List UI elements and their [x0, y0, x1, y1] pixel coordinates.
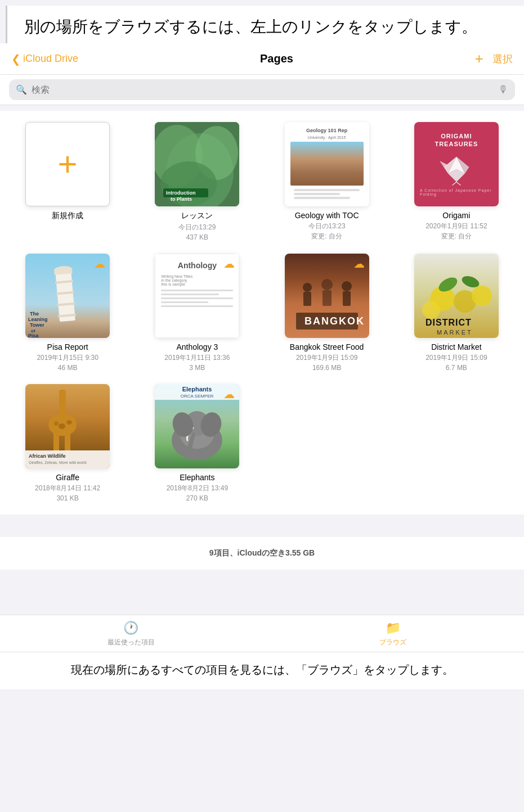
file-name: Anthology 3: [176, 342, 218, 351]
back-label: iCloud Drive: [23, 53, 78, 65]
select-button[interactable]: 選択: [492, 52, 513, 66]
anthology-thumb: Anthology Writing New Titlesin the categ…: [155, 254, 239, 338]
file-name: Geology with TOC: [295, 211, 359, 220]
tab-browse-label: ブラウズ: [379, 638, 406, 647]
svg-text:African Wildlife: African Wildlife: [29, 453, 65, 459]
file-meta: 2019年1月9日 15:09 169.6 MB: [296, 353, 357, 373]
plus-icon: +: [58, 147, 78, 181]
giraffe-thumb: African Wildlife Giraffes, Zebras, More …: [25, 384, 110, 468]
tooltip-bottom-text: 現在の場所にあるすべての項目を見るには、「ブラウズ」をタップします。: [71, 664, 454, 676]
svg-text:ORCA SEMPER: ORCA SEMPER: [181, 394, 214, 399]
file-name: Origami: [442, 211, 470, 220]
cloud-upload-icon: ☁: [353, 257, 365, 270]
list-item[interactable]: African Wildlife Giraffes, Zebras, More …: [6, 384, 129, 503]
svg-line-12: [452, 182, 456, 186]
svg-rect-34: [343, 291, 351, 306]
svg-rect-51: [65, 429, 70, 452]
list-item[interactable]: Anthology Writing New Titlesin the categ…: [135, 254, 259, 373]
elephants-thumb: Elephants ORCA SEMPER ☁: [155, 384, 239, 468]
svg-point-40: [472, 286, 492, 306]
file-meta: 今日の13:29 437 KB: [178, 222, 216, 242]
nav-actions: + 選択: [475, 50, 513, 67]
svg-text:Introduction: Introduction: [166, 190, 196, 196]
svg-text:BANGKOK: BANGKOK: [304, 315, 365, 327]
svg-text:to Plants: to Plants: [171, 196, 192, 202]
svg-point-54: [54, 421, 59, 426]
microphone-icon[interactable]: 🎙: [498, 84, 508, 96]
svg-text:MARKET: MARKET: [437, 329, 473, 336]
tab-recent[interactable]: 🕐 最近使った項目: [0, 621, 262, 647]
svg-point-31: [321, 279, 333, 290]
svg-text:DISTRICT: DISTRICT: [426, 318, 472, 327]
search-icon: 🔍: [16, 84, 27, 95]
status-text: 9項目、iCloudの空き3.55 GB: [209, 548, 315, 557]
file-name: レッスン: [181, 211, 213, 221]
tooltip-top-text: 別の場所をブラウズするには、左上のリンクをタップします。: [24, 18, 477, 35]
search-wrapper: 🔍 🎙: [9, 79, 515, 100]
svg-point-52: [59, 423, 65, 429]
svg-rect-32: [323, 290, 332, 306]
svg-text:The: The: [30, 311, 39, 317]
lesson-thumb: Introduction to Plants: [155, 122, 239, 206]
list-item[interactable]: Geology 101 Rep University · April 2015 …: [265, 122, 389, 242]
file-meta: 2019年1月9日 15:09 6.7 MB: [426, 353, 487, 373]
svg-text:Elephants: Elephants: [182, 386, 212, 393]
file-grid: + 新規作成 Introduction to Plants レッスン 今日の13…: [0, 111, 524, 515]
cloud-upload-icon: ☁: [94, 257, 105, 270]
geology-thumb: Geology 101 Rep University · April 2015: [285, 122, 369, 206]
svg-rect-50: [53, 429, 59, 452]
tab-browse[interactable]: 📁 ブラウズ: [262, 621, 525, 647]
svg-rect-30: [303, 292, 311, 306]
list-item[interactable]: Introduction to Plants レッスン 今日の13:29 437…: [135, 122, 259, 242]
svg-point-53: [66, 420, 72, 425]
clock-icon: 🕐: [123, 621, 138, 635]
bangkok-thumb: BANGKOK ☁: [285, 254, 369, 338]
file-name: 新規作成: [52, 211, 83, 221]
cloud-upload-icon: ☁: [223, 387, 235, 401]
search-bar: 🔍 🎙: [0, 75, 524, 105]
list-item[interactable]: The Leaning Tower of Pisa ☁ Pisa Report …: [6, 254, 129, 373]
tab-recent-label: 最近使った項目: [108, 638, 155, 647]
file-meta: 今日の13:23 変更: 自分: [308, 221, 346, 241]
tooltip-top: 別の場所をブラウズするには、左上のリンクをタップします。: [6, 6, 524, 43]
file-name: Pisa Report: [47, 342, 88, 351]
folder-icon: 📁: [386, 621, 401, 635]
chevron-left-icon: ❮: [11, 52, 21, 66]
svg-text:Giraffes, Zebras, More wild wo: Giraffes, Zebras, More wild world: [29, 461, 87, 464]
district-thumb: DISTRICT MARKET: [414, 254, 499, 338]
file-name: Elephants: [180, 473, 214, 482]
file-meta: 2018年8月2日 13:49 270 KB: [167, 483, 228, 503]
status-bar: 9項目、iCloudの空き3.55 GB: [0, 537, 524, 570]
file-name: Bangkok Street Food: [290, 342, 364, 351]
file-name: District Market: [431, 342, 481, 351]
new-file-thumb: +: [25, 122, 110, 206]
tab-bar: 🕐 最近使った項目 📁 ブラウズ: [0, 615, 524, 652]
svg-line-13: [456, 182, 461, 186]
svg-text:Pisa: Pisa: [28, 333, 39, 338]
file-meta: 2019年1月15日 9:30 46 MB: [37, 353, 98, 373]
svg-point-33: [342, 281, 352, 291]
nav-bar: ❮ iCloud Drive Pages + 選択: [0, 43, 524, 75]
list-item[interactable]: DISTRICT MARKET District Market 2019年1月9…: [395, 254, 518, 373]
origami-title: ORIGAMITREASURES: [435, 132, 478, 148]
file-name: Giraffe: [56, 473, 79, 482]
list-item[interactable]: BANGKOK ☁ Bangkok Street Food 2019年1月9日 …: [265, 254, 389, 373]
list-item[interactable]: Elephants ORCA SEMPER ☁ Elephants 2018年8…: [135, 384, 259, 503]
search-input[interactable]: [32, 85, 494, 95]
page-title: Pages: [260, 52, 293, 65]
back-button[interactable]: ❮ iCloud Drive: [11, 52, 78, 66]
list-item[interactable]: + 新規作成: [6, 122, 129, 242]
svg-point-29: [303, 283, 312, 292]
origami-thumb: ORIGAMITREASURES A Collection of Japanes…: [414, 122, 499, 206]
file-meta: 2020年1月9日 11:52 変更: 自分: [426, 221, 487, 241]
file-meta: 2018年8月14日 11:42 301 KB: [35, 483, 100, 503]
file-meta: 2019年1月11日 13:36 3 MB: [164, 353, 230, 373]
cloud-upload-icon: ☁: [223, 257, 235, 270]
tooltip-bottom: 現在の場所にあるすべての項目を見るには、「ブラウズ」をタップします。: [0, 652, 524, 689]
list-item[interactable]: ORIGAMITREASURES A Collection of Japanes…: [395, 122, 518, 242]
pisa-thumb: The Leaning Tower of Pisa ☁: [25, 254, 110, 338]
add-button[interactable]: +: [475, 50, 483, 67]
svg-text:Leaning: Leaning: [28, 317, 48, 322]
svg-text:Tower: Tower: [30, 322, 44, 328]
